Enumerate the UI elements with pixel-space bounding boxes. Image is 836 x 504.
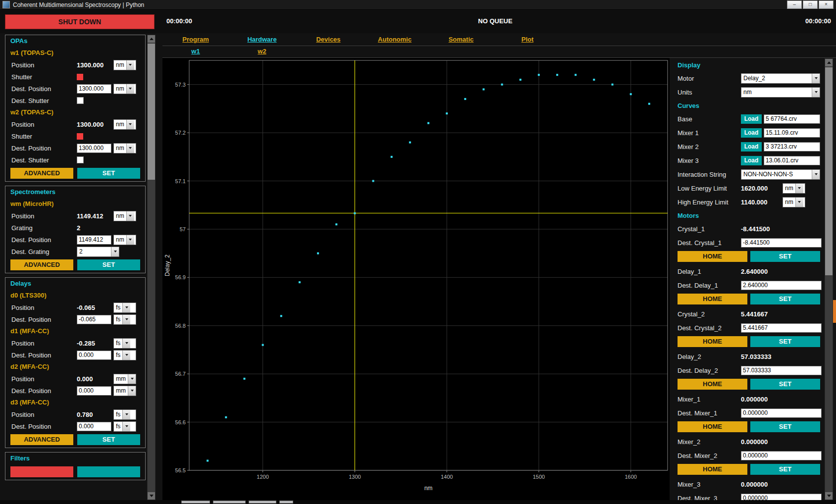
d1-dest-units-combo[interactable]: fs	[113, 350, 136, 360]
chevron-down-icon[interactable]	[126, 120, 134, 129]
spectrometers-set-button[interactable]: SET	[77, 259, 140, 270]
tab-devices[interactable]: Devices	[295, 34, 362, 46]
delay-1-home-button[interactable]: HOME	[678, 294, 747, 304]
w2-dest-units-combo[interactable]: nm	[113, 143, 136, 153]
mixer1-curve-file[interactable]: 15.11.09.crv	[764, 128, 820, 138]
tuning-curve-plot[interactable]: 1200130014001500160056.556.656.756.856.9…	[162, 57, 670, 500]
filters-set-button[interactable]	[77, 466, 140, 477]
opas-advanced-button[interactable]: ADVANCED	[10, 168, 73, 179]
chevron-down-icon[interactable]	[795, 198, 803, 207]
taskbar-window-fragment[interactable]	[249, 501, 276, 504]
chevron-down-icon[interactable]	[812, 74, 820, 83]
chevron-down-icon[interactable]	[128, 374, 136, 384]
d1-position-units-combo[interactable]: fs	[113, 338, 136, 349]
mixer-2-home-button[interactable]: HOME	[678, 464, 747, 475]
mixer-2-set-button[interactable]: SET	[750, 464, 820, 475]
mixer3-curve-file[interactable]: 13.06.01.crv	[764, 156, 820, 165]
scroll-down-icon[interactable]	[148, 492, 155, 500]
minimize-button[interactable]: –	[787, 0, 802, 9]
chevron-down-icon[interactable]	[126, 144, 134, 153]
interaction-string-combo[interactable]: NON-NON-NON-S	[741, 169, 820, 180]
w1-dest-shutter-checkbox[interactable]	[77, 97, 84, 104]
subtab-w2[interactable]: w2	[229, 46, 295, 57]
delays-set-button[interactable]: SET	[77, 434, 140, 445]
scrollbar-thumb[interactable]	[148, 44, 155, 180]
d3-position-units-combo[interactable]: fs	[113, 409, 136, 420]
mixer-1-home-button[interactable]: HOME	[678, 421, 747, 432]
scrollbar-thumb[interactable]	[825, 67, 833, 275]
chevron-down-icon[interactable]	[122, 303, 130, 312]
maximize-button[interactable]: □	[803, 0, 818, 9]
delays-advanced-button[interactable]: ADVANCED	[10, 434, 73, 445]
units-combo[interactable]: nm	[741, 87, 820, 98]
mixer2-curve-file[interactable]: 3 37213.crv	[764, 142, 820, 151]
w2-position-units-combo[interactable]: nm	[113, 119, 136, 130]
dest-delay-2-input[interactable]	[741, 366, 822, 375]
chevron-down-icon[interactable]	[122, 339, 130, 348]
left-panel-scrollbar[interactable]	[147, 35, 156, 500]
motor-combo[interactable]: Delay_2	[741, 73, 820, 84]
chevron-down-icon[interactable]	[812, 170, 820, 179]
d3-dest-position-input[interactable]	[77, 422, 111, 431]
mixer1-load-button[interactable]: Load	[741, 128, 762, 138]
tab-program[interactable]: Program	[162, 34, 229, 46]
plot-svg[interactable]: 1200130014001500160056.556.656.756.856.9…	[162, 57, 670, 500]
taskbar-window-fragment[interactable]	[181, 501, 210, 504]
low-energy-units-combo[interactable]: nm	[783, 183, 805, 194]
chevron-down-icon[interactable]	[122, 351, 130, 360]
tab-plot[interactable]: Plot	[494, 34, 561, 46]
shutdown-button[interactable]: SHUT DOWN	[5, 14, 155, 29]
chevron-down-icon[interactable]	[122, 422, 130, 431]
chevron-down-icon[interactable]	[126, 60, 134, 70]
right-panel-scrollbar[interactable]	[825, 58, 833, 500]
taskbar-window-fragment[interactable]	[213, 501, 246, 504]
scroll-up-icon[interactable]	[148, 35, 155, 43]
crystal-2-set-button[interactable]: SET	[750, 336, 820, 347]
dest-crystal-2-input[interactable]	[741, 323, 822, 333]
d2-position-units-combo[interactable]: mm	[113, 374, 136, 384]
high-energy-units-combo[interactable]: nm	[783, 197, 805, 207]
dest-mixer-1-input[interactable]	[741, 408, 822, 418]
chevron-down-icon[interactable]	[126, 235, 134, 245]
mixer2-load-button[interactable]: Load	[741, 142, 762, 151]
crystal-1-set-button[interactable]: SET	[750, 251, 820, 262]
w1-dest-units-combo[interactable]: nm	[113, 84, 136, 94]
base-load-button[interactable]: Load	[741, 114, 762, 124]
close-button[interactable]: ×	[819, 0, 834, 9]
mixer-1-set-button[interactable]: SET	[750, 421, 820, 432]
w2-dest-shutter-checkbox[interactable]	[77, 156, 84, 163]
tab-hardware[interactable]: Hardware	[229, 34, 295, 46]
dest-crystal-1-input[interactable]	[741, 238, 822, 248]
dest-mixer-2-input[interactable]	[741, 451, 822, 460]
d3-dest-units-combo[interactable]: fs	[113, 421, 136, 432]
chevron-down-icon[interactable]	[812, 88, 820, 97]
filters-red-button[interactable]	[10, 466, 73, 477]
opas-set-button[interactable]: SET	[77, 168, 140, 179]
scroll-up-icon[interactable]	[825, 59, 833, 66]
wm-dest-grating-combo[interactable]: 2	[77, 247, 119, 257]
d0-position-units-combo[interactable]: fs	[113, 302, 136, 313]
taskbar-window-fragment[interactable]	[279, 501, 293, 504]
dest-delay-1-input[interactable]	[741, 281, 822, 290]
crystal-1-home-button[interactable]: HOME	[678, 251, 747, 262]
chevron-down-icon[interactable]	[126, 211, 134, 221]
d1-dest-position-input[interactable]	[77, 351, 111, 360]
wm-dest-position-input[interactable]	[77, 235, 111, 245]
chevron-down-icon[interactable]	[111, 247, 119, 256]
scroll-down-icon[interactable]	[825, 492, 833, 500]
d0-dest-units-combo[interactable]: fs	[113, 314, 136, 325]
chevron-down-icon[interactable]	[128, 386, 136, 396]
subtab-w1[interactable]: w1	[162, 46, 229, 57]
wm-dest-units-combo[interactable]: nm	[113, 235, 136, 245]
spectrometers-advanced-button[interactable]: ADVANCED	[10, 259, 73, 270]
w2-dest-position-input[interactable]	[77, 144, 111, 153]
mixer3-load-button[interactable]: Load	[741, 156, 762, 165]
w1-position-units-combo[interactable]: nm	[113, 60, 136, 70]
d2-dest-position-input[interactable]	[77, 386, 111, 396]
crystal-2-home-button[interactable]: HOME	[678, 336, 747, 347]
tab-somatic[interactable]: Somatic	[428, 34, 494, 46]
chevron-down-icon[interactable]	[126, 84, 134, 94]
delay-2-set-button[interactable]: SET	[750, 379, 820, 390]
tab-autonomic[interactable]: Autonomic	[362, 34, 428, 46]
chevron-down-icon[interactable]	[122, 315, 130, 324]
